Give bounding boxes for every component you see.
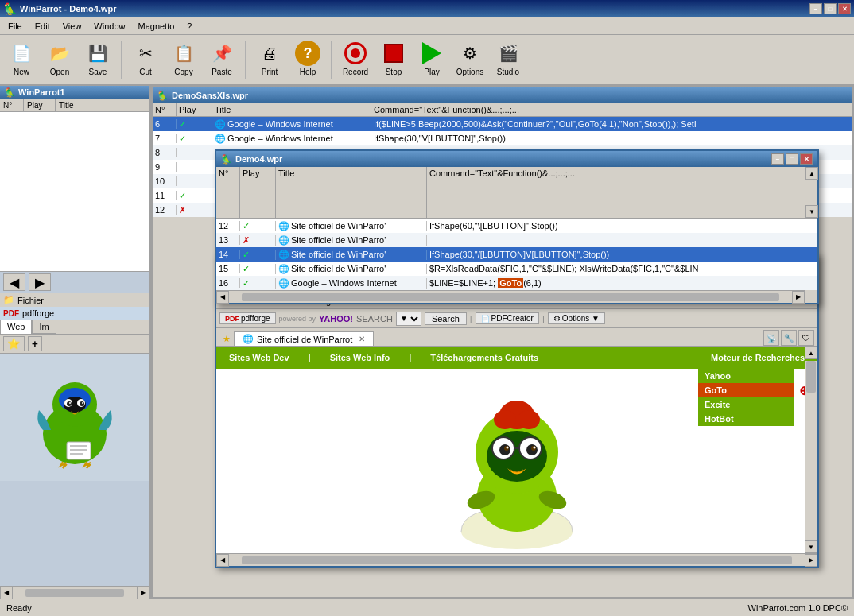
engine-yahoo[interactable]: Yahoo	[698, 369, 794, 383]
tab-im[interactable]: Im	[32, 320, 56, 334]
d4-row-13[interactable]: 13 ✗ 🌐 Site officiel de WinParro'	[216, 233, 817, 247]
search-dropdown[interactable]: ▼	[396, 312, 421, 326]
open-label: Open	[50, 68, 69, 76]
dsxls-r7-cmd: IfShape(30,"V[LBUTTON]",Stop())	[371, 134, 852, 143]
rss-button[interactable]: 📡	[763, 330, 779, 346]
d4-row-14[interactable]: 14 ✓ 🌐 Site officiel de WinParro' IfShap…	[216, 247, 817, 262]
d4-scroll-down[interactable]: ▼	[805, 205, 818, 218]
d4-row-15[interactable]: 15 ✓ 🌐 Site officiel de WinParro' $R=Xls…	[216, 262, 817, 276]
open-button[interactable]: 📂 Open	[41, 37, 78, 83]
fichier-item[interactable]: 📁 Fichier	[0, 293, 149, 307]
tab-label: Site officiel de WinParrot	[257, 335, 352, 344]
dsxls-row-6[interactable]: 6 ✓ 🌐 Google – Windows Internet If($LINE…	[153, 117, 852, 131]
add-button[interactable]: +	[28, 336, 42, 351]
new-button[interactable]: 📄 New	[3, 37, 40, 83]
tab-close[interactable]: ✕	[359, 335, 365, 343]
demo4-close[interactable]: ✕	[800, 153, 813, 165]
print-icon: 🖨	[257, 41, 282, 66]
menu-edit[interactable]: Edit	[30, 20, 55, 33]
paste-icon: 📌	[209, 41, 235, 66]
page-tools-button[interactable]: 🔧	[781, 330, 797, 346]
dsxls-r6-cmd: If($LINE>5,Beep(2000,500)&Ask("Continuer…	[371, 119, 852, 129]
nav-forward[interactable]: ▶	[29, 273, 51, 291]
browser-scroll-down[interactable]: ▼	[805, 540, 817, 553]
nav-moteur[interactable]: Moteur de Recherches	[705, 351, 811, 364]
hscroll-thumb	[25, 589, 124, 597]
menu-view[interactable]: View	[58, 20, 87, 33]
menu-file[interactable]: File	[3, 20, 27, 33]
help-button[interactable]: ? Help	[289, 37, 326, 83]
chick-mascot	[437, 385, 596, 553]
browser-tab-winparrot[interactable]: 🌐 Site officiel de WinParrot ✕	[234, 331, 374, 346]
hscroll-right[interactable]: ▶	[137, 587, 149, 599]
copy-label: Copy	[174, 68, 192, 76]
safety-button[interactable]: 🛡	[798, 330, 814, 346]
minimize-button[interactable]: −	[809, 3, 822, 14]
d4-scroll-up[interactable]: ▲	[805, 167, 818, 180]
nav-sites-dev[interactable]: Sites Web Dev	[223, 351, 296, 364]
record-icon	[343, 41, 368, 66]
d4-hscroll-left[interactable]: ◀	[216, 291, 229, 304]
cut-icon: ✂	[133, 41, 158, 66]
d4-hscroll-thumb	[242, 293, 779, 301]
engine-hotbot[interactable]: HotBot	[698, 412, 794, 426]
pdfforge-item[interactable]: PDF pdfforge	[0, 307, 149, 320]
d4-vscroll[interactable]: ▲ ▼	[805, 167, 817, 218]
options-button[interactable]: ⚙ Options	[452, 37, 488, 83]
close-button[interactable]: ✕	[838, 3, 851, 14]
browser-scroll-up[interactable]: ▲	[805, 347, 817, 359]
print-button[interactable]: 🖨 Print	[251, 37, 288, 83]
star-button[interactable]: ⭐	[3, 336, 25, 351]
dsxls-col-play: Play	[177, 103, 212, 116]
studio-button[interactable]: 🎬 Studio	[490, 37, 526, 83]
help-icon: ?	[295, 41, 320, 66]
left-panel-icon: 🦜	[5, 87, 16, 97]
demo4-minimize[interactable]: −	[771, 153, 784, 165]
d4-row-12[interactable]: 12 ✓ 🌐 Site officiel de WinParro' IfShap…	[216, 219, 817, 233]
d4-hscroll[interactable]: ◀ ▶	[216, 290, 805, 303]
demo4-window: 🦜 Demo4.wpr − □ ✕ N° Play Title Command=…	[215, 149, 819, 304]
save-label: Save	[89, 68, 107, 76]
maximize-button[interactable]: □	[824, 3, 837, 14]
stop-button[interactable]: Stop	[375, 37, 412, 83]
paste-button[interactable]: 📌 Paste	[204, 37, 240, 83]
save-button[interactable]: 💾 Save	[80, 37, 116, 83]
cut-button[interactable]: ✂ Cut	[127, 37, 164, 83]
tab-web[interactable]: Web	[0, 320, 32, 334]
d4-row-16[interactable]: 16 ✓ 🌐 Google – Windows Internet $LINE=$…	[216, 276, 817, 290]
pdfcreator-bookmark[interactable]: 📄 PDFCreator	[476, 312, 539, 324]
dsxls-r10-n: 10	[153, 176, 177, 186]
d4-hscroll-right[interactable]: ▶	[792, 291, 805, 304]
menu-help[interactable]: ?	[182, 20, 196, 33]
play-button[interactable]: Play	[413, 37, 450, 83]
web-im-bar: Web Im	[0, 320, 149, 335]
demo4-maximize[interactable]: □	[786, 153, 798, 165]
search-button[interactable]: Search	[425, 312, 467, 325]
d4-r15-title: 🌐 Site officiel de WinParro'	[276, 264, 427, 274]
browser-vscroll[interactable]: ▲ ▼	[805, 347, 817, 553]
folder-icon: 📁	[3, 295, 14, 305]
demo4-title-text: Demo4.wpr	[235, 154, 282, 164]
record-button[interactable]: Record	[337, 37, 374, 83]
browser-hscroll-right[interactable]: ▶	[805, 554, 817, 567]
left-panel-hscroll[interactable]: ◀ ▶	[0, 586, 149, 599]
nav-sites-info[interactable]: Sites Web Info	[324, 351, 397, 364]
engine-excite[interactable]: Excite	[698, 397, 794, 412]
nav-back[interactable]: ◀	[3, 273, 25, 291]
dsxls-r7-title: 🌐 Google – Windows Internet	[212, 134, 371, 144]
hscroll-left[interactable]: ◀	[0, 587, 13, 599]
browser-hscroll-left[interactable]: ◀	[216, 554, 229, 567]
menu-magnetto[interactable]: Magnetto	[133, 20, 179, 33]
nav-telechargements[interactable]: Téléchargements Gratuits	[424, 351, 545, 364]
pdfforge-bookmark[interactable]: PDF pdfforge	[219, 312, 276, 324]
engine-google[interactable]: GoTo ⊕	[698, 383, 794, 397]
dsxls-row-7[interactable]: 7 ✓ 🌐 Google – Windows Internet IfShape(…	[153, 131, 852, 145]
copy-button[interactable]: 📋 Copy	[165, 37, 202, 83]
fav-star[interactable]: ★	[223, 334, 231, 344]
menu-window[interactable]: Window	[89, 20, 130, 33]
d4-col-play: Play	[240, 167, 276, 218]
main-area: 🦜 WinParrot1 N° Play Title ◀ ▶ 📁 Fichier…	[0, 86, 854, 599]
browser-hscroll[interactable]: ◀ ▶	[216, 553, 817, 566]
options-bookmark[interactable]: ⚙ Options ▼	[548, 312, 605, 324]
d4-ie-r16: 🌐	[278, 278, 289, 289]
